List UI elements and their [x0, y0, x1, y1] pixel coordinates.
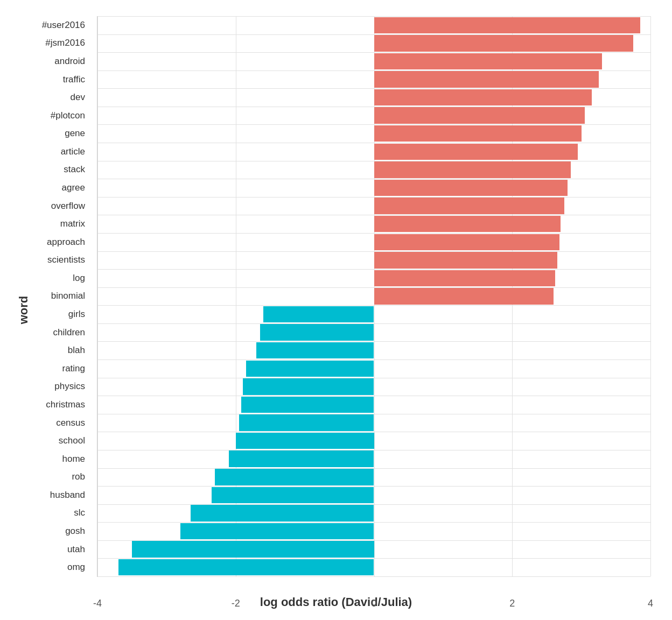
bar-negative [256, 342, 374, 358]
bar-negative [132, 541, 374, 557]
bar-positive [374, 53, 603, 69]
grid-line-horizontal [97, 576, 650, 577]
bar-positive [374, 216, 561, 232]
y-axis-label: log [6, 269, 89, 287]
bar-positive [374, 288, 554, 304]
y-axis-label: matrix [6, 215, 89, 233]
y-axis-label: gosh [6, 522, 89, 540]
y-axis-label: article [6, 143, 89, 161]
bar-positive [374, 35, 633, 51]
bar-negative [263, 306, 374, 322]
y-axis-label: gene [6, 124, 89, 143]
bar-negative [246, 361, 374, 377]
y-axis-label: school [6, 432, 89, 450]
y-axis-label: #jsm2016 [6, 34, 89, 53]
bar-positive [374, 17, 640, 33]
bar-negative [229, 450, 374, 467]
bar-negative [191, 505, 374, 521]
x-axis-label: 0 [371, 598, 376, 609]
y-axis-label: rating [6, 360, 89, 378]
y-axis-label: #plotcon [6, 107, 89, 125]
grid-line-vertical [650, 16, 651, 576]
y-axis-label: husband [6, 486, 89, 504]
bar-negative [236, 433, 374, 449]
bar-negative [243, 378, 374, 394]
y-axis-label: traffic [6, 71, 89, 89]
bar-positive [374, 107, 585, 123]
y-axis-label: scientists [6, 251, 89, 270]
bar-negative [239, 414, 374, 431]
y-axis-label: agree [6, 179, 89, 197]
y-axis-label: physics [6, 378, 89, 396]
bar-negative [180, 523, 374, 539]
bar-positive [374, 144, 578, 160]
bar-positive [374, 252, 557, 268]
y-axis-label: girls [6, 305, 89, 323]
bar-positive [374, 270, 555, 286]
y-axis-label: omg [6, 558, 89, 576]
bar-positive [374, 234, 559, 250]
y-axis-label: home [6, 450, 89, 468]
y-axis-label: census [6, 414, 89, 432]
bar-positive [374, 125, 582, 142]
y-axis-label: rob [6, 468, 89, 487]
y-axis-label: utah [6, 540, 89, 559]
plot-area: #user2016#jsm2016androidtrafficdev#plotc… [97, 16, 650, 577]
bar-negative [215, 469, 374, 485]
bar-positive [374, 180, 568, 196]
y-axis-label: android [6, 52, 89, 71]
x-axis-label: -2 [232, 598, 240, 609]
bar-positive [374, 71, 599, 87]
y-axis-label: blah [6, 341, 89, 360]
x-axis-label: -4 [93, 598, 102, 609]
bar-positive [374, 161, 571, 178]
x-axis-label: 2 [509, 598, 515, 609]
bars-container [97, 16, 650, 576]
y-axis-label: dev [6, 88, 89, 107]
y-axis-label: binomial [6, 287, 89, 306]
y-axis-label: #user2016 [6, 16, 89, 34]
y-axis-label: approach [6, 233, 89, 251]
bar-negative [260, 324, 374, 340]
y-axis-label: stack [6, 161, 89, 179]
x-axis-title: log odds ratio (David/Julia) [260, 595, 412, 609]
bar-positive [374, 89, 592, 105]
y-axis-label: overflow [6, 197, 89, 215]
y-axis-label: children [6, 323, 89, 342]
bar-positive [374, 198, 564, 214]
x-axis-label: 4 [648, 598, 653, 609]
chart-container: word log odds ratio (David/Julia) #user2… [0, 0, 672, 620]
y-axis-label: christmas [6, 396, 89, 414]
bar-negative [212, 487, 374, 503]
bar-negative [241, 397, 374, 413]
bar-negative [118, 559, 374, 575]
y-axis-label: slc [6, 504, 89, 523]
